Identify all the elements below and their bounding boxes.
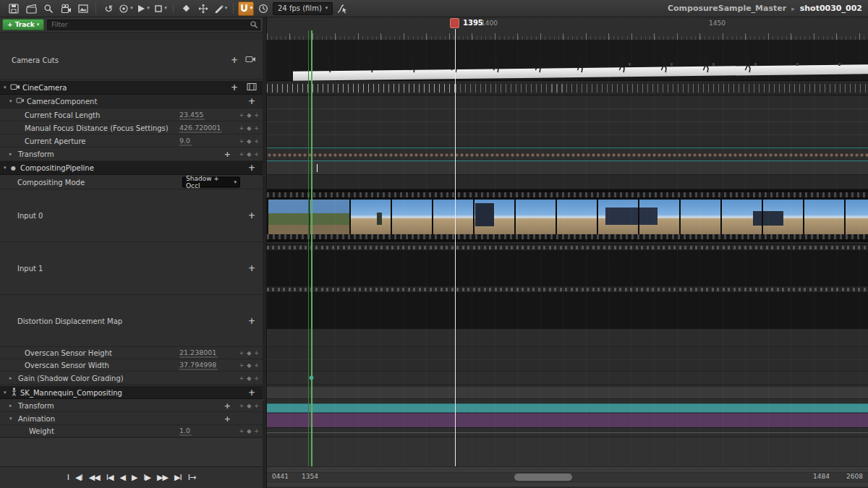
camera-component-keys-track[interactable] (267, 81, 868, 95)
next-key-button[interactable]: + (254, 402, 259, 408)
range-scrollbar[interactable]: 0441 1354 1484 2608 (267, 466, 868, 487)
camera-cuts-track[interactable] (267, 40, 868, 81)
prev-key-button[interactable]: + (239, 374, 244, 381)
expand-arrow-icon[interactable]: ▾ (9, 416, 12, 421)
property-row-focal-length[interactable]: Current Focal Length 23.455 + ◆ + (0, 108, 263, 121)
gain-row[interactable] (267, 372, 868, 385)
next-key-button[interactable]: + (254, 111, 259, 118)
next-key-button[interactable]: + (254, 374, 259, 381)
breadcrumb-shot[interactable]: shot0030_002 (800, 4, 862, 13)
track-row-distortion[interactable]: Distortion Displacement Map + (0, 295, 263, 347)
add-section-button[interactable]: + (248, 96, 255, 106)
property-row-weight[interactable]: Weight 1.0 + ◆ + (0, 425, 263, 437)
property-row-compositing-mode[interactable]: Compositing Mode Shadow + Occl ▾ (0, 175, 263, 189)
track-row-sk-mannequin[interactable]: ▾ SK_Mannequin_Compositing + (0, 386, 263, 399)
snap-toggle-button[interactable]: ▾ (238, 1, 254, 16)
time-options-button[interactable] (255, 1, 271, 16)
jump-to-end-button[interactable]: ▶Ⅰ (174, 473, 182, 482)
next-key-button[interactable]: + (254, 428, 259, 435)
add-key-button[interactable]: ◆ (247, 402, 251, 408)
expand-arrow-icon[interactable]: ▾ (9, 98, 12, 104)
next-key-button[interactable]: + (254, 124, 259, 131)
next-key-button[interactable]: + (254, 362, 259, 369)
compositing-mode-row[interactable] (267, 175, 868, 189)
loop-toggle-button[interactable]: Ⅰ→ (188, 473, 195, 482)
range-start-inner[interactable]: 1354 (302, 473, 318, 480)
add-section-button[interactable]: + (248, 316, 255, 326)
input0-clip[interactable] (267, 189, 868, 242)
curve-pen-button[interactable]: ▾ (213, 1, 229, 16)
track-row-camera-component[interactable]: ▾ CameraComponent + (0, 95, 263, 108)
create-camera-button[interactable] (58, 1, 74, 16)
track-row-compositing-pipeline[interactable]: ▾ ● CompositingPipeline + (0, 161, 263, 175)
property-row-overscan-height[interactable]: Overscan Sensor Height 21.238001 + ◆ + (0, 347, 263, 359)
fps-dropdown[interactable]: 24 fps (film) ▾ (273, 2, 333, 15)
property-row-overscan-width[interactable]: Overscan Sensor Width 37.794998 + ◆ + (0, 359, 263, 372)
transform-keyframes-track[interactable] (267, 147, 868, 161)
add-section-button[interactable]: + (248, 263, 255, 273)
focus-distance-value[interactable]: 426.720001 (179, 123, 222, 132)
add-key-button[interactable]: ◆ (247, 428, 251, 435)
prev-key-button[interactable]: + (239, 111, 244, 118)
add-section-button[interactable]: + (224, 414, 231, 423)
add-key-button[interactable]: ◆ (247, 137, 251, 144)
add-key-button[interactable]: ◆ (247, 374, 251, 381)
track-row-input0[interactable]: Input 0 + (0, 189, 263, 242)
prev-key-button[interactable]: + (239, 137, 244, 144)
prev-key-button[interactable]: + (239, 428, 244, 435)
range-start-outer[interactable]: 0441 (272, 473, 289, 480)
track-row-transform-sk[interactable]: ▸ Transform + + ◆ + (0, 399, 263, 412)
prev-key-button[interactable]: + (239, 362, 244, 369)
compositing-mode-dropdown[interactable]: Shadow + Occl ▾ (182, 176, 240, 187)
expand-arrow-icon[interactable]: ▾ (4, 85, 7, 90)
next-key-button[interactable]: + (254, 151, 259, 158)
expand-arrow-icon[interactable]: ▾ (4, 390, 7, 395)
distortion-clip[interactable] (267, 293, 868, 329)
jump-to-front-button[interactable]: ◀Ⅰ (75, 473, 82, 482)
range-end-outer[interactable]: 2608 (846, 473, 863, 480)
prev-key-button[interactable]: + (239, 151, 244, 158)
overscan-height-value[interactable]: 21.238001 (179, 348, 218, 358)
add-section-button[interactable]: + (248, 210, 255, 221)
add-key-button[interactable]: ◆ (247, 350, 251, 356)
aperture-value[interactable]: 9.0 (179, 136, 192, 145)
filter-input[interactable] (47, 20, 260, 30)
keyframe-button[interactable] (178, 1, 194, 16)
weight-value[interactable]: 1.0 (179, 427, 192, 436)
range-start-marker[interactable] (308, 30, 309, 466)
stop-options-button[interactable]: ▾ (153, 1, 169, 16)
next-key-button[interactable]: Ⅰ▶ (143, 473, 150, 482)
distortion-sprockets[interactable] (267, 286, 868, 293)
animation-clip[interactable] (267, 413, 868, 428)
track-row-input1[interactable]: Input 1 + (0, 242, 263, 295)
add-key-button[interactable]: ◆ (247, 111, 251, 118)
weight-curve-row[interactable] (267, 428, 868, 437)
collapse-arrow-icon[interactable]: ▸ (9, 151, 12, 157)
track-row-animation[interactable]: ▾ Animation + (0, 412, 263, 425)
add-camera-cut-button[interactable]: + (231, 55, 238, 65)
collapse-arrow-icon[interactable]: ▸ (9, 375, 12, 381)
save-button[interactable] (6, 1, 22, 16)
step-back-frame-button[interactable]: ◀ (119, 473, 124, 482)
set-start-button[interactable]: Ⅰ (67, 473, 69, 482)
track-row-cinecamera[interactable]: ▾ CineCamera + (0, 81, 263, 95)
prev-key-button[interactable]: + (239, 350, 244, 356)
add-key-button[interactable]: ◆ (247, 124, 251, 131)
add-section-button[interactable]: + (248, 388, 255, 398)
step-forward-keys-button[interactable]: ▶▶ (157, 473, 168, 482)
undo-button[interactable]: ↺ (101, 1, 116, 16)
collapse-arrow-icon[interactable]: ▸ (9, 403, 12, 408)
play-options-button[interactable]: ▾ (135, 1, 151, 16)
playhead-handle[interactable] (450, 18, 459, 28)
focal-length-value[interactable]: 23.455 (179, 110, 205, 119)
property-row-aperture[interactable]: Current Aperture 9.0 + ◆ + (0, 134, 263, 147)
playhead-line[interactable] (455, 29, 456, 466)
next-key-button[interactable]: + (254, 350, 259, 356)
camera-property-rows[interactable] (267, 95, 868, 147)
add-key-button[interactable]: ◆ (247, 362, 251, 369)
transform-sk-row[interactable] (267, 399, 868, 412)
range-end-inner[interactable]: 1484 (813, 473, 830, 480)
expand-arrow-icon[interactable]: ▾ (4, 165, 7, 171)
overscan-width-value[interactable]: 37.794998 (179, 361, 218, 370)
camera-lock-icon[interactable] (245, 55, 257, 65)
